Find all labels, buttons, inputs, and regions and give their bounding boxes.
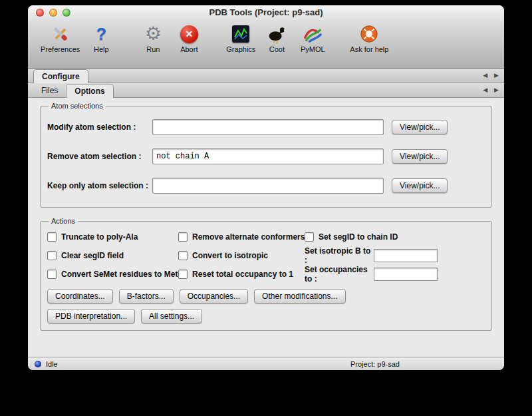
actions-row-2: Clear segID field Convert to isotropic S… (47, 246, 485, 265)
toolbar-graphics-button[interactable]: Graphics (223, 21, 259, 55)
checkbox-convert-to-isotropic[interactable]: Convert to isotropic (178, 251, 305, 260)
tab-scroll-right-icon[interactable]: ▶ (494, 87, 499, 93)
modify-atom-selection-label: Modify atom selection : (47, 122, 152, 132)
window-chrome: PDB Tools (Project: p9-sad) Preference (28, 5, 504, 69)
zoom-button[interactable] (63, 9, 70, 17)
screen-background: PDB Tools (Project: p9-sad) Preference (0, 0, 532, 416)
window-title: PDB Tools (Project: p9-sad) (28, 5, 504, 20)
coot-icon (262, 23, 291, 45)
set-occupancies-input[interactable] (374, 268, 438, 281)
tab-files[interactable]: Files (33, 84, 66, 97)
toolbar-coot-button[interactable]: Coot (259, 21, 295, 55)
abort-icon: ✕ (174, 23, 203, 45)
remove-atom-selection-input[interactable] (152, 148, 384, 164)
set-isotropic-b-input[interactable] (374, 249, 438, 262)
title-bar: PDB Tools (Project: p9-sad) (28, 5, 504, 20)
toolbar-run-button[interactable]: ⚙ Run (135, 21, 171, 55)
status-indicator-icon (35, 361, 41, 367)
pymol-icon (298, 23, 327, 45)
toolbar-item-label: Coot (269, 45, 285, 53)
toolbar-item-label: Graphics (226, 45, 255, 53)
gear-icon: ⚙ (138, 23, 168, 45)
checkbox-truncate-to-poly-ala[interactable]: Truncate to poly-Ala (47, 232, 178, 242)
remove-atom-selection-row: Remove atom selection : View/pick... (47, 142, 485, 171)
checkbox-indicator (47, 270, 57, 279)
checkbox-clear-segid-field[interactable]: Clear segID field (47, 251, 178, 260)
actions-buttons-row-2: PDB interpretation... All settings... (47, 309, 485, 323)
graphics-icon (226, 23, 255, 45)
pdb-tools-window: PDB Tools (Project: p9-sad) Preference (28, 5, 504, 370)
toolbar-item-label: PyMOL (301, 45, 325, 53)
checkbox-indicator (178, 270, 188, 279)
tab-scroll-right-icon[interactable]: ▶ (494, 73, 499, 79)
toolbar-item-label: Preferences (41, 45, 80, 53)
modify-atom-selection-input[interactable] (152, 119, 384, 135)
toolbar-abort-button[interactable]: ✕ Abort (171, 21, 207, 55)
coordinates-button[interactable]: Coordinates... (47, 289, 113, 304)
status-text: Idle (46, 360, 58, 368)
checkbox-indicator (47, 232, 57, 242)
toolbar-item-label: Help (94, 45, 109, 53)
help-icon: ? (86, 23, 116, 45)
actions-row-1: Truncate to poly-Ala Remove alternate co… (47, 228, 485, 246)
toolbar-item-label: Abort (180, 45, 198, 53)
actions-legend: Actions (49, 217, 78, 225)
life-ring-icon (354, 23, 384, 45)
view-pick-modify-button[interactable]: View/pick... (392, 120, 448, 134)
actions-group: Actions Truncate to poly-Ala Remove alte… (40, 217, 492, 331)
remove-atom-selection-label: Remove atom selection : (47, 152, 152, 161)
toolbar-pymol-button[interactable]: PyMOL (295, 21, 331, 55)
occupancies-button[interactable]: Occupancies... (180, 289, 248, 304)
traffic-lights (36, 9, 70, 17)
toolbar-item-label: Ask for help (350, 45, 388, 53)
view-pick-remove-button[interactable]: View/pick... (392, 149, 448, 164)
tools-icon (46, 23, 75, 45)
tab-bar-outer: Configure ◀ ▶ (28, 69, 504, 83)
set-isotropic-b-field: Set isotropic B to : (305, 246, 485, 265)
view-pick-keep-button[interactable]: View/pick... (392, 178, 448, 193)
checkbox-reset-total-occupancy-to-1[interactable]: Reset total occupancy to 1 (178, 270, 305, 279)
checkbox-set-segid-to-chain-id[interactable]: Set segID to chain ID (305, 232, 485, 242)
project-label: Project: p9-sad (350, 360, 400, 368)
actions-buttons-row-1: Coordinates... B-factors... Occupancies.… (47, 289, 485, 304)
tab-scroll-controls: ◀ ▶ (483, 83, 499, 97)
tab-scroll-left-icon[interactable]: ◀ (483, 73, 487, 79)
checkbox-convert-semet-residues-to-met[interactable]: Convert SeMet residues to Met (47, 270, 178, 279)
atom-selections-legend: Atom selections (49, 102, 106, 110)
toolbar-ask-for-help-button[interactable]: Ask for help (346, 21, 392, 55)
tab-options[interactable]: Options (66, 84, 113, 98)
tab-scroll-controls: ◀ ▶ (483, 69, 499, 83)
checkbox-indicator (47, 251, 57, 260)
toolbar-item-label: Run (146, 45, 160, 53)
all-settings-button[interactable]: All settings... (141, 309, 202, 323)
set-isotropic-b-label: Set isotropic B to : (305, 246, 374, 265)
atom-selections-group: Atom selections Modify atom selection : … (40, 102, 492, 208)
tab-scroll-left-icon[interactable]: ◀ (483, 87, 487, 93)
checkbox-remove-alternate-conformers[interactable]: Remove alternate conformers (178, 232, 305, 242)
other-modifications-button[interactable]: Other modifications... (254, 289, 345, 304)
close-button[interactable] (36, 9, 44, 17)
set-occupancies-label: Set occupancies to : (305, 265, 374, 284)
actions-row-3: Convert SeMet residues to Met Reset tota… (47, 265, 485, 284)
options-panel: Atom selections Modify atom selection : … (28, 98, 504, 357)
toolbar-preferences-button[interactable]: Preferences (37, 21, 83, 55)
checkbox-indicator (305, 232, 314, 242)
checkbox-indicator (178, 232, 188, 242)
set-occupancies-field: Set occupancies to : (305, 265, 485, 284)
status-bar: Idle Project: p9-sad (28, 357, 504, 370)
pdb-interpretation-button[interactable]: PDB interpretation... (47, 309, 135, 323)
b-factors-button[interactable]: B-factors... (119, 289, 174, 304)
tab-bar-inner: Files Options ◀ ▶ (28, 83, 504, 98)
minimize-button[interactable] (49, 9, 57, 17)
keep-only-atom-selection-label: Keep only atom selection : (47, 181, 152, 190)
toolbar: Preferences ? Help ⚙ Run ✕ (28, 20, 504, 68)
keep-only-atom-selection-input[interactable] (152, 178, 384, 194)
checkbox-indicator (178, 251, 188, 260)
keep-only-atom-selection-row: Keep only atom selection : View/pick... (47, 171, 485, 200)
modify-atom-selection-row: Modify atom selection : View/pick... (47, 112, 485, 142)
tab-configure[interactable]: Configure (33, 69, 88, 83)
toolbar-help-button[interactable]: ? Help (83, 21, 119, 55)
